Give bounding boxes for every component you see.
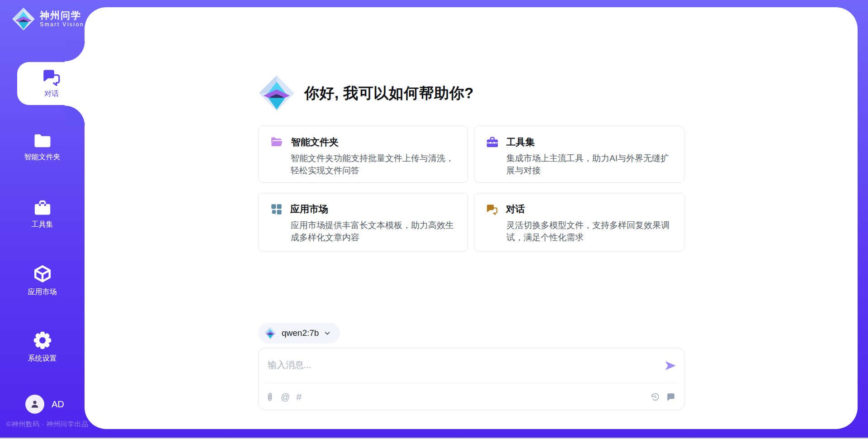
toolbox-icon <box>33 200 52 216</box>
tab-fillet-bottom <box>65 105 85 126</box>
model-selector[interactable]: qwen2:7b <box>258 323 340 344</box>
feature-card-chat[interactable]: 对话 灵活切换多模型文件，支持多样回复效果调试，满足个性化需求 <box>474 193 684 252</box>
card-title: 对话 <box>506 203 525 215</box>
sidebar-item-chat[interactable]: 对话 <box>17 62 86 105</box>
app-subtitle: Smart Vision <box>40 22 84 28</box>
logo-diamond-icon <box>258 75 295 112</box>
history-button[interactable] <box>650 392 660 402</box>
app-name: 神州问学 <box>40 10 84 20</box>
sidebar-item-label: 对话 <box>44 89 59 99</box>
feature-card-app-market[interactable]: 应用市场 应用市场提供丰富长文本模板，助力高效生成多样化文章内容 <box>258 193 468 252</box>
feedback-chat-icon <box>666 392 676 402</box>
greeting-row: 你好, 我可以如何帮助你? <box>258 75 474 112</box>
hashtag-button[interactable]: # <box>296 391 302 402</box>
grid-icon <box>270 203 283 215</box>
sidebar-item-label: 应用市场 <box>28 287 57 297</box>
avatar <box>25 395 44 414</box>
history-icon <box>650 392 660 402</box>
sidebar-item-app-market[interactable]: 应用市场 <box>0 264 85 297</box>
footer-credit: ©神州数码 · 神州问学出品 <box>6 420 88 429</box>
logo-diamond-icon <box>12 7 35 31</box>
feature-card-toolset[interactable]: 工具集 集成市场上主流工具，助力AI与外界无缝扩展与对接 <box>474 126 684 183</box>
user-profile[interactable]: AD <box>25 395 64 414</box>
user-name: AD <box>52 399 64 410</box>
sidebar-item-label: 系统设置 <box>28 354 57 363</box>
hashtag-icon: # <box>296 391 302 402</box>
card-description: 集成市场上主流工具，助力AI与外界无缝扩展与对接 <box>506 153 672 177</box>
card-title: 智能文件夹 <box>291 136 339 148</box>
mention-button[interactable]: @ <box>281 392 290 402</box>
composer: @ # <box>258 348 684 410</box>
sidebar-item-toolset[interactable]: 工具集 <box>0 200 85 229</box>
card-description: 智能文件夹功能支持批量文件上传与清洗，轻松实现文件问答 <box>291 153 456 177</box>
chat-icon <box>486 204 498 215</box>
main-panel: 你好, 我可以如何帮助你? 智能文件夹 智能文件夹功能支持批量文件上传与清洗，轻… <box>85 7 858 429</box>
message-input[interactable] <box>268 357 647 372</box>
cube-icon <box>33 264 52 283</box>
chat-icon <box>42 68 61 86</box>
card-title: 工具集 <box>506 136 535 148</box>
send-icon <box>664 359 678 372</box>
card-description: 灵活切换多模型文件，支持多样回复效果调试，满足个性化需求 <box>506 220 672 244</box>
sidebar-item-label: 工具集 <box>32 220 53 229</box>
attach-button[interactable] <box>265 392 274 402</box>
card-title: 应用市场 <box>290 203 328 215</box>
feature-card-smart-folder[interactable]: 智能文件夹 智能文件夹功能支持批量文件上传与清洗，轻松实现文件问答 <box>258 126 468 183</box>
mention-icon: @ <box>281 392 290 402</box>
folder-icon <box>33 133 52 148</box>
folder-icon <box>270 136 283 148</box>
composer-toolbar: @ # <box>259 383 684 410</box>
chevron-down-icon <box>324 329 331 337</box>
card-description: 应用市场提供丰富长文本模板，助力高效生成多样化文章内容 <box>291 220 456 244</box>
feature-cards: 智能文件夹 智能文件夹功能支持批量文件上传与清洗，轻松实现文件问答 <box>258 126 684 252</box>
feedback-button[interactable] <box>666 392 676 402</box>
greeting-title: 你好, 我可以如何帮助你? <box>304 83 474 104</box>
paperclip-icon <box>265 392 274 402</box>
model-name: qwen2:7b <box>282 328 319 338</box>
app-logo: 神州问学 Smart Vision <box>12 7 84 31</box>
send-button[interactable] <box>664 359 678 372</box>
toolbox-icon <box>486 136 499 148</box>
content-column: 你好, 我可以如何帮助你? 智能文件夹 智能文件夹功能支持批量文件上传与清洗，轻… <box>258 7 684 429</box>
sidebar-item-label: 智能文件夹 <box>24 153 61 162</box>
user-avatar-icon <box>29 399 40 410</box>
sidebar-item-smart-folder[interactable]: 智能文件夹 <box>0 133 85 162</box>
gear-icon <box>33 331 52 350</box>
logo-diamond-icon <box>264 327 277 339</box>
tab-fillet-top <box>65 41 85 62</box>
sidebar-item-settings[interactable]: 系统设置 <box>0 331 85 363</box>
